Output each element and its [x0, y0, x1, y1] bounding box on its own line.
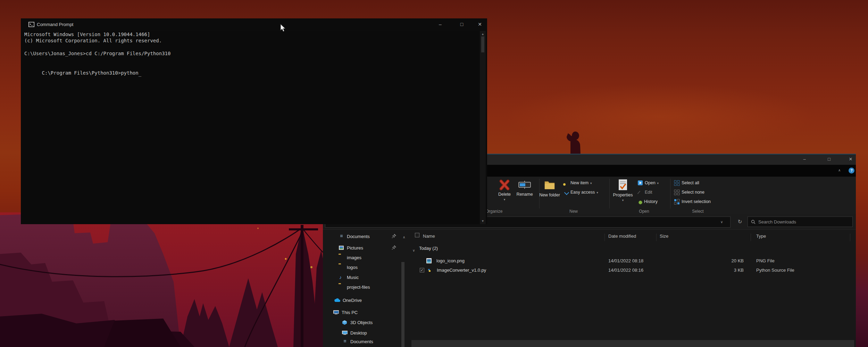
- properties-icon: [617, 179, 628, 191]
- properties-button[interactable]: Properties: [611, 179, 635, 202]
- document-icon: [339, 234, 344, 239]
- column-divider[interactable]: [850, 234, 850, 241]
- ribbon-separator: [609, 179, 610, 209]
- mouse-cursor: [280, 24, 287, 33]
- column-divider[interactable]: [656, 234, 657, 241]
- new-folder-icon: [543, 179, 556, 191]
- selected-row-highlight: [411, 340, 854, 347]
- group-collapse-icon[interactable]: [412, 247, 415, 253]
- console-line: (c) Microsoft Corporation. All rights re…: [24, 37, 162, 44]
- dropdown-arrow-icon: [657, 180, 659, 185]
- dropdown-arrow-icon: [622, 197, 624, 202]
- console-line: C:\Users\Jonas_Jones>cd C:/Program Files…: [24, 50, 170, 57]
- sidebar-item-music[interactable]: ♪ Music: [339, 273, 359, 281]
- explorer-minimize-button[interactable]: –: [797, 154, 812, 164]
- console-prompt-line: C:\Program Files\Python310>python_: [24, 64, 141, 82]
- select-none-icon: [674, 189, 680, 195]
- sidebar-item-onedrive[interactable]: OneDrive: [334, 296, 362, 304]
- sidebar-item-project-files[interactable]: project-files: [339, 283, 370, 291]
- explorer-main: Documents Pictures images logos ♪ Music: [323, 229, 856, 347]
- search-input[interactable]: Search Downloads: [748, 217, 853, 227]
- sidebar-item-pictures[interactable]: Pictures: [339, 244, 363, 252]
- explorer-maximize-button[interactable]: □: [821, 154, 837, 164]
- history-icon: [637, 199, 642, 204]
- select-all-icon: [674, 180, 680, 186]
- music-icon: ♪: [339, 274, 344, 280]
- cmd-titlebar[interactable]: Command Prompt – □ ✕: [21, 18, 487, 31]
- text-cursor: _: [139, 70, 141, 77]
- cmd-scrollbar[interactable]: ▲ ▼: [480, 31, 486, 224]
- sidebar-collapse-icon[interactable]: [403, 234, 405, 240]
- new-item-icon: [563, 180, 569, 186]
- column-header-size[interactable]: Size: [660, 234, 668, 239]
- console-line: Microsoft Windows [Version 10.0.19044.14…: [24, 31, 150, 37]
- select-none-button[interactable]: Select none: [674, 188, 704, 196]
- folder-icon: [339, 264, 344, 270]
- this-pc-icon: [333, 310, 339, 315]
- desktop: – □ ✕ ? Delete: [0, 0, 868, 347]
- file-row[interactable]: logo_icon.png 14/01/2022 08:18 20 KB PNG…: [411, 256, 854, 266]
- file-type: Python Source File: [756, 268, 794, 273]
- group-header[interactable]: Today (2): [419, 246, 438, 251]
- scroll-down-icon[interactable]: ▼: [480, 219, 486, 223]
- scroll-up-icon[interactable]: ▲: [480, 32, 486, 36]
- column-divider[interactable]: [751, 234, 751, 241]
- file-name: ImageConverter_v1.0.py: [437, 268, 486, 273]
- wallpaper-hiker-silhouette: [560, 129, 586, 154]
- onedrive-icon: [334, 297, 340, 303]
- sidebar-scrollbar[interactable]: [401, 262, 404, 347]
- help-icon[interactable]: ?: [849, 168, 854, 174]
- open-button[interactable]: Open: [637, 179, 659, 187]
- column-divider[interactable]: [604, 234, 605, 241]
- file-date: 14/01/2022 08:16: [608, 268, 643, 273]
- rename-icon: [518, 179, 532, 191]
- invert-selection-button[interactable]: Invert selection: [674, 198, 711, 205]
- cmd-minimize-button[interactable]: –: [433, 18, 448, 30]
- dropdown-arrow-icon: [590, 180, 592, 185]
- file-date: 14/01/2022 08:18: [608, 258, 643, 263]
- new-folder-button[interactable]: New folder: [537, 179, 562, 197]
- column-header-date[interactable]: Date modified: [608, 234, 636, 239]
- edit-button[interactable]: Edit: [637, 188, 652, 196]
- ribbon-group-new: New: [553, 209, 594, 214]
- sidebar-item-documents-pc[interactable]: Documents: [342, 337, 373, 346]
- sidebar-item-downloads[interactable]: Downloads: [342, 346, 373, 347]
- ribbon-separator: [670, 179, 670, 209]
- sidebar-item-documents[interactable]: Documents: [339, 232, 370, 240]
- sidebar-item-this-pc[interactable]: This PC: [333, 308, 358, 316]
- easy-access-button[interactable]: Easy access: [563, 188, 598, 196]
- file-row[interactable]: ✓ ImageConverter_v1.0.py 14/01/2022 08:1…: [411, 265, 854, 275]
- sidebar-item-logos[interactable]: logos: [339, 263, 358, 271]
- desktop-icon: [342, 330, 348, 336]
- rename-button[interactable]: Rename: [512, 179, 537, 197]
- sidebar-item-3d-objects[interactable]: 3D Objects: [342, 318, 373, 327]
- address-dropdown-icon[interactable]: [720, 220, 723, 224]
- new-item-button[interactable]: New item: [563, 179, 592, 187]
- file-size: 3 KB: [702, 268, 744, 273]
- invert-selection-icon: [674, 199, 680, 205]
- select-all-button[interactable]: Select all: [674, 179, 699, 187]
- document-icon: [342, 339, 348, 344]
- refresh-button[interactable]: ↻: [733, 217, 746, 227]
- sidebar-item-desktop[interactable]: Desktop: [342, 329, 367, 337]
- cmd-icon: [28, 22, 34, 27]
- column-header-name[interactable]: Name: [423, 234, 435, 239]
- sidebar-item-images[interactable]: images: [339, 253, 361, 262]
- search-icon: [751, 220, 756, 224]
- column-header-type[interactable]: Type: [756, 234, 766, 239]
- folder-icon: [339, 284, 344, 290]
- explorer-close-button[interactable]: ✕: [843, 154, 858, 164]
- pin-icon: [392, 234, 396, 238]
- wallpaper-landscape: [0, 212, 327, 347]
- history-button[interactable]: History: [637, 198, 658, 205]
- ribbon-group-select: Select: [677, 209, 719, 214]
- sky-cloud-glow: [503, 83, 816, 149]
- ribbon-collapse-icon[interactable]: [838, 168, 841, 172]
- select-all-checkbox[interactable]: [415, 233, 419, 237]
- cmd-close-button[interactable]: ✕: [472, 18, 487, 30]
- file-name: logo_icon.png: [436, 258, 465, 263]
- row-checkbox[interactable]: ✓: [420, 268, 424, 272]
- cmd-window-title: Command Prompt: [37, 22, 73, 27]
- scrollbar-thumb[interactable]: [481, 36, 484, 52]
- cmd-maximize-button[interactable]: □: [454, 18, 469, 30]
